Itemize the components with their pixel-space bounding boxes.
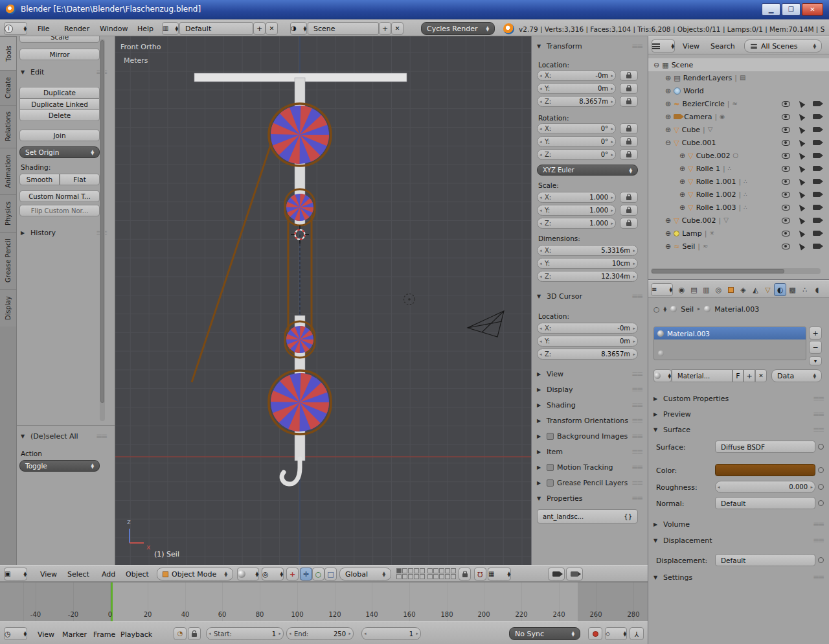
lock-rotation-y-button[interactable] xyxy=(620,136,638,147)
motion-tracking-panel-header[interactable]: ▶Motion Tracking≡≡ xyxy=(537,463,642,472)
keying-set-button[interactable]: ◇▲▼ xyxy=(605,627,627,640)
menu-add[interactable]: Add xyxy=(102,570,115,579)
new-material-button[interactable]: + xyxy=(744,369,755,382)
checkbox-icon[interactable] xyxy=(547,464,554,471)
preview-range-button[interactable]: ◔ xyxy=(174,627,187,640)
breadcrumb-object[interactable]: Seil xyxy=(681,305,694,314)
collapse-icon[interactable]: ⊖ xyxy=(665,139,671,147)
outliner-row-cube-001[interactable]: ⊖▽Cube.001 xyxy=(648,136,829,149)
material-specials-button[interactable]: ▾ xyxy=(809,356,822,365)
viewport-shading-button[interactable]: ▲▼ xyxy=(237,568,259,581)
action-toggle-menu[interactable]: Toggle▲▼ xyxy=(19,460,100,472)
start-frame-field[interactable]: Start:1 xyxy=(206,627,284,640)
lamp-object[interactable] xyxy=(404,294,415,305)
layer-toggle[interactable] xyxy=(396,574,402,579)
shade-smooth-button[interactable]: Smooth xyxy=(19,174,60,185)
outliner-h-scrollbar[interactable] xyxy=(651,268,821,274)
minimize-button[interactable]: ▁ xyxy=(762,3,780,16)
join-button[interactable]: Join xyxy=(19,130,100,141)
auto-keyframe-button[interactable] xyxy=(588,627,602,640)
pulley-bottom-large[interactable] xyxy=(271,373,329,431)
cursor-y-field[interactable]: Y:0m xyxy=(537,336,638,347)
layer-toggle[interactable] xyxy=(420,568,425,573)
tab-scene[interactable]: ▥ xyxy=(700,283,712,296)
selectability-toggle[interactable] xyxy=(795,124,807,135)
render-toggle[interactable] xyxy=(811,241,823,251)
layer-toggle[interactable] xyxy=(427,574,433,579)
delete-scene-button[interactable]: ✕ xyxy=(391,22,403,35)
screen-layout-name-field[interactable]: Default xyxy=(179,22,253,35)
tab-tools[interactable]: Tools xyxy=(0,36,17,70)
visibility-toggle[interactable] xyxy=(780,124,791,135)
lock-location-z-button[interactable] xyxy=(620,96,638,107)
panel-grip-icon[interactable]: ≡≡ xyxy=(96,431,106,441)
outliner-item-label[interactable]: Rolle 1.001 xyxy=(696,178,736,186)
render-toggle[interactable] xyxy=(811,98,823,109)
browse-icon[interactable]: ▲▼ xyxy=(664,306,667,311)
tab-render[interactable]: ◉ xyxy=(676,283,688,296)
scale-z-field[interactable]: Z:1.000 xyxy=(537,218,616,229)
render-toggle[interactable] xyxy=(811,163,823,174)
manipulator-toggle-button[interactable]: + xyxy=(286,568,299,581)
keying-flash-button[interactable]: Y xyxy=(630,627,644,640)
scrollbar-thumb[interactable] xyxy=(100,40,104,403)
add-screen-layout-button[interactable]: + xyxy=(253,22,266,35)
sync-mode-select[interactable]: No Sync▲▼ xyxy=(509,627,580,640)
selectability-toggle[interactable] xyxy=(795,215,807,225)
lock-to-scene-button[interactable] xyxy=(459,568,471,581)
menu-view[interactable]: View xyxy=(40,570,57,579)
browse-material-button[interactable]: ▲▼ xyxy=(653,369,672,382)
dimension-x-field[interactable]: X:5.3316m xyxy=(537,245,638,256)
selectability-toggle[interactable] xyxy=(795,98,807,109)
background-images-panel-header[interactable]: ▶Background Images≡≡ xyxy=(537,431,642,441)
opengl-render-button[interactable] xyxy=(548,568,565,581)
layer-toggle[interactable] xyxy=(439,574,444,579)
editor-type-button[interactable]: ≡▲▼ xyxy=(651,283,673,296)
panel-grip-icon[interactable]: ≡≡ xyxy=(813,425,823,434)
material-slot-selected[interactable]: Material.003 xyxy=(654,327,806,339)
render-toggle[interactable] xyxy=(811,111,823,122)
outliner-row-cube[interactable]: ⊕▽Cube|▽ xyxy=(648,123,829,136)
scene-browse-button[interactable]: ◑▲▼ xyxy=(290,22,307,35)
layer-toggle[interactable] xyxy=(420,574,425,579)
outliner-row-rolle-1-002[interactable]: ⊕▽Rolle 1.002|∴ xyxy=(648,188,829,201)
panel-grip-icon[interactable]: ≡≡ xyxy=(813,409,823,419)
add-scene-button[interactable]: + xyxy=(379,22,391,35)
surface-shader-select[interactable]: Diffuse BSDF xyxy=(715,441,815,453)
lock-scale-y-button[interactable] xyxy=(620,205,638,216)
duplicate-linked-button[interactable]: Duplicate Linked xyxy=(19,98,100,110)
panel-grip-icon[interactable]: ≡≡ xyxy=(631,292,642,301)
tab-particles[interactable]: ∴ xyxy=(799,283,811,296)
outliner-row-renderlayers[interactable]: ⊕▤RenderLayers|▤ xyxy=(648,71,829,84)
outliner-item-label[interactable]: Cube.002 xyxy=(682,216,716,225)
panel-grip-icon[interactable]: ≡≡ xyxy=(813,536,823,545)
visibility-toggle[interactable] xyxy=(780,202,791,213)
custom-property-field[interactable]: ant_landsc...{} xyxy=(537,509,638,523)
lock-rotation-z-button[interactable] xyxy=(620,149,638,160)
transform-panel-header[interactable]: ▼Transform≡≡ xyxy=(537,41,642,51)
tab-texture[interactable]: ▩ xyxy=(786,283,799,296)
cursor-x-field[interactable]: X:-0m xyxy=(537,323,638,334)
properties-panel-header[interactable]: ▼Properties≡≡ xyxy=(537,494,642,503)
layer-toggle[interactable] xyxy=(439,568,444,573)
maximize-button[interactable]: ❒ xyxy=(782,3,801,16)
menu-select[interactable]: Select xyxy=(67,570,89,579)
panel-grip-icon[interactable]: ≡≡ xyxy=(631,478,642,487)
pivot-point-button[interactable]: ◎▲▼ xyxy=(262,568,284,581)
material-name-field[interactable]: Material... xyxy=(672,369,732,382)
expand-icon[interactable]: ⊕ xyxy=(665,229,671,238)
menu-view[interactable]: View xyxy=(683,42,699,51)
tab-display[interactable]: Display xyxy=(0,289,17,327)
outliner-item-label[interactable]: BezierCircle xyxy=(682,100,724,108)
menu-playback[interactable]: Playback xyxy=(120,630,152,639)
expand-icon[interactable]: ⊕ xyxy=(665,242,671,251)
layer-toggle[interactable] xyxy=(396,568,402,573)
pulley-lower-small[interactable] xyxy=(286,326,313,353)
outliner-item-label[interactable]: Rolle 1 xyxy=(696,165,720,173)
checkbox-icon[interactable] xyxy=(547,433,554,440)
selectability-toggle[interactable] xyxy=(795,111,807,122)
menu-render[interactable]: Render xyxy=(64,25,89,33)
displacement-header[interactable]: ▼Displacement≡≡ xyxy=(653,536,823,545)
dimension-z-field[interactable]: Z:12.304m xyxy=(537,271,638,282)
selectability-toggle[interactable] xyxy=(795,137,807,148)
